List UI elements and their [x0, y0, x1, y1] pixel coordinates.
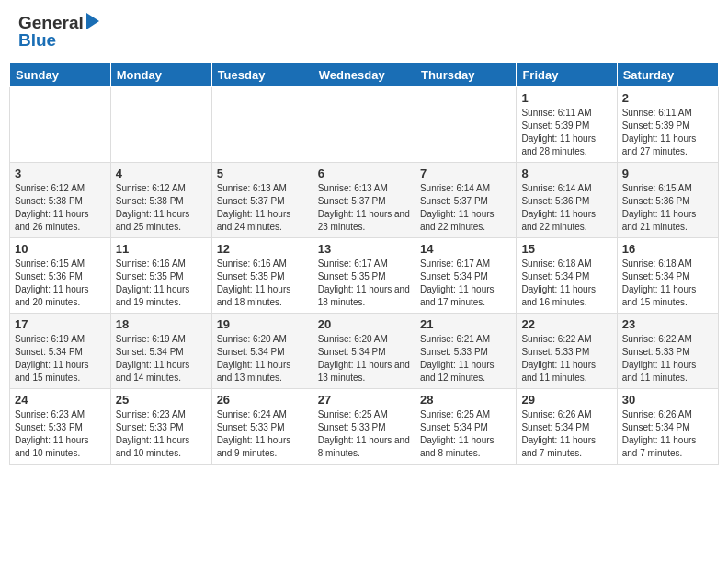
day-number: 7: [420, 167, 511, 180]
calendar-cell: [110, 86, 211, 162]
calendar-cell: 7Sunrise: 6:14 AM Sunset: 5:37 PM Daylig…: [415, 162, 516, 237]
calendar-week-row: 3Sunrise: 6:12 AM Sunset: 5:38 PM Daylig…: [10, 162, 719, 237]
day-number: 3: [15, 167, 106, 180]
day-number: 11: [116, 242, 207, 256]
calendar-cell: 25Sunrise: 6:23 AM Sunset: 5:33 PM Dayli…: [110, 388, 211, 464]
day-number: 6: [318, 167, 410, 180]
day-info: Sunrise: 6:14 AM Sunset: 5:36 PM Dayligh…: [521, 182, 611, 234]
day-number: 26: [217, 393, 308, 407]
day-number: 29: [521, 393, 611, 407]
calendar-cell: 6Sunrise: 6:13 AM Sunset: 5:37 PM Daylig…: [313, 162, 415, 237]
calendar-cell: 5Sunrise: 6:13 AM Sunset: 5:37 PM Daylig…: [211, 162, 313, 237]
day-number: 17: [15, 317, 106, 331]
calendar-cell: 24Sunrise: 6:23 AM Sunset: 5:33 PM Dayli…: [10, 388, 111, 464]
day-number: 4: [116, 167, 207, 180]
day-info: Sunrise: 6:17 AM Sunset: 5:34 PM Dayligh…: [420, 258, 511, 309]
day-number: 21: [420, 317, 511, 331]
day-info: Sunrise: 6:16 AM Sunset: 5:35 PM Dayligh…: [217, 258, 308, 309]
calendar-cell: 19Sunrise: 6:20 AM Sunset: 5:34 PM Dayli…: [211, 313, 313, 388]
day-info: Sunrise: 6:18 AM Sunset: 5:34 PM Dayligh…: [521, 258, 611, 309]
weekday-header-monday: Monday: [110, 63, 211, 86]
calendar-cell: 17Sunrise: 6:19 AM Sunset: 5:34 PM Dayli…: [10, 313, 111, 388]
day-number: 19: [217, 317, 308, 331]
day-number: 8: [521, 167, 611, 180]
calendar-cell: 9Sunrise: 6:15 AM Sunset: 5:36 PM Daylig…: [617, 162, 718, 237]
day-info: Sunrise: 6:20 AM Sunset: 5:34 PM Dayligh…: [318, 333, 410, 385]
day-info: Sunrise: 6:13 AM Sunset: 5:37 PM Dayligh…: [217, 182, 308, 234]
calendar-week-row: 24Sunrise: 6:23 AM Sunset: 5:33 PM Dayli…: [10, 388, 719, 464]
day-info: Sunrise: 6:13 AM Sunset: 5:37 PM Dayligh…: [318, 182, 410, 234]
weekday-header-tuesday: Tuesday: [211, 63, 313, 86]
day-number: 16: [622, 242, 713, 256]
calendar-cell: 21Sunrise: 6:21 AM Sunset: 5:33 PM Dayli…: [415, 313, 516, 388]
day-number: 25: [116, 393, 207, 407]
day-info: Sunrise: 6:25 AM Sunset: 5:34 PM Dayligh…: [420, 408, 511, 460]
day-number: 27: [318, 393, 410, 407]
day-number: 23: [622, 317, 713, 331]
day-info: Sunrise: 6:24 AM Sunset: 5:33 PM Dayligh…: [217, 408, 308, 460]
calendar-table: SundayMondayTuesdayWednesdayThursdayFrid…: [9, 63, 719, 465]
calendar-cell: 14Sunrise: 6:17 AM Sunset: 5:34 PM Dayli…: [415, 237, 516, 313]
page-header: General Blue: [9, 9, 719, 55]
logo-arrow-icon: [86, 13, 99, 29]
day-number: 28: [420, 393, 511, 407]
day-info: Sunrise: 6:12 AM Sunset: 5:38 PM Dayligh…: [116, 182, 207, 234]
calendar-header-row: SundayMondayTuesdayWednesdayThursdayFrid…: [10, 63, 719, 86]
calendar-cell: 28Sunrise: 6:25 AM Sunset: 5:34 PM Dayli…: [415, 388, 516, 464]
day-number: 15: [521, 242, 611, 256]
calendar-cell: 1Sunrise: 6:11 AM Sunset: 5:39 PM Daylig…: [517, 86, 617, 162]
day-info: Sunrise: 6:26 AM Sunset: 5:34 PM Dayligh…: [521, 408, 611, 460]
calendar-cell: 22Sunrise: 6:22 AM Sunset: 5:33 PM Dayli…: [517, 313, 617, 388]
calendar-cell: 3Sunrise: 6:12 AM Sunset: 5:38 PM Daylig…: [10, 162, 111, 237]
calendar-cell: 16Sunrise: 6:18 AM Sunset: 5:34 PM Dayli…: [617, 237, 718, 313]
calendar-week-row: 17Sunrise: 6:19 AM Sunset: 5:34 PM Dayli…: [10, 313, 719, 388]
day-info: Sunrise: 6:15 AM Sunset: 5:36 PM Dayligh…: [15, 258, 106, 309]
day-info: Sunrise: 6:18 AM Sunset: 5:34 PM Dayligh…: [622, 258, 713, 309]
calendar-cell: 8Sunrise: 6:14 AM Sunset: 5:36 PM Daylig…: [517, 162, 617, 237]
logo: General Blue: [18, 14, 99, 51]
calendar-cell: 18Sunrise: 6:19 AM Sunset: 5:34 PM Dayli…: [110, 313, 211, 388]
day-number: 14: [420, 242, 511, 256]
calendar-body: 1Sunrise: 6:11 AM Sunset: 5:39 PM Daylig…: [10, 86, 719, 464]
calendar-cell: 23Sunrise: 6:22 AM Sunset: 5:33 PM Dayli…: [617, 313, 718, 388]
calendar-cell: [10, 86, 111, 162]
calendar-cell: 11Sunrise: 6:16 AM Sunset: 5:35 PM Dayli…: [110, 237, 211, 313]
weekday-header-wednesday: Wednesday: [313, 63, 415, 86]
day-info: Sunrise: 6:25 AM Sunset: 5:33 PM Dayligh…: [318, 408, 410, 460]
calendar-cell: 26Sunrise: 6:24 AM Sunset: 5:33 PM Dayli…: [211, 388, 313, 464]
calendar-cell: 13Sunrise: 6:17 AM Sunset: 5:35 PM Dayli…: [313, 237, 415, 313]
calendar-cell: 29Sunrise: 6:26 AM Sunset: 5:34 PM Dayli…: [517, 388, 617, 464]
day-info: Sunrise: 6:11 AM Sunset: 5:39 PM Dayligh…: [622, 107, 713, 158]
day-number: 10: [15, 242, 106, 256]
day-number: 1: [521, 91, 611, 105]
day-info: Sunrise: 6:23 AM Sunset: 5:33 PM Dayligh…: [15, 408, 106, 460]
calendar-cell: 30Sunrise: 6:26 AM Sunset: 5:34 PM Dayli…: [617, 388, 718, 464]
day-info: Sunrise: 6:23 AM Sunset: 5:33 PM Dayligh…: [116, 408, 207, 460]
weekday-header-thursday: Thursday: [415, 63, 516, 86]
day-info: Sunrise: 6:12 AM Sunset: 5:38 PM Dayligh…: [15, 182, 106, 234]
weekday-header-sunday: Sunday: [10, 63, 111, 86]
day-number: 12: [217, 242, 308, 256]
calendar-cell: [313, 86, 415, 162]
day-info: Sunrise: 6:26 AM Sunset: 5:34 PM Dayligh…: [622, 408, 713, 460]
calendar-week-row: 10Sunrise: 6:15 AM Sunset: 5:36 PM Dayli…: [10, 237, 719, 313]
day-info: Sunrise: 6:20 AM Sunset: 5:34 PM Dayligh…: [217, 333, 308, 385]
day-info: Sunrise: 6:22 AM Sunset: 5:33 PM Dayligh…: [622, 333, 713, 385]
day-number: 9: [622, 167, 713, 180]
day-info: Sunrise: 6:14 AM Sunset: 5:37 PM Dayligh…: [420, 182, 511, 234]
day-info: Sunrise: 6:21 AM Sunset: 5:33 PM Dayligh…: [420, 333, 511, 385]
calendar-cell: 4Sunrise: 6:12 AM Sunset: 5:38 PM Daylig…: [110, 162, 211, 237]
calendar-cell: [211, 86, 313, 162]
day-number: 5: [217, 167, 308, 180]
day-info: Sunrise: 6:15 AM Sunset: 5:36 PM Dayligh…: [622, 182, 713, 234]
calendar-cell: [415, 86, 516, 162]
logo-blue: Blue: [18, 31, 99, 51]
weekday-header-saturday: Saturday: [617, 63, 718, 86]
day-info: Sunrise: 6:16 AM Sunset: 5:35 PM Dayligh…: [116, 258, 207, 309]
day-info: Sunrise: 6:22 AM Sunset: 5:33 PM Dayligh…: [521, 333, 611, 385]
calendar-cell: 15Sunrise: 6:18 AM Sunset: 5:34 PM Dayli…: [517, 237, 617, 313]
day-number: 18: [116, 317, 207, 331]
day-number: 2: [622, 91, 713, 105]
day-info: Sunrise: 6:17 AM Sunset: 5:35 PM Dayligh…: [318, 258, 410, 309]
calendar-cell: 27Sunrise: 6:25 AM Sunset: 5:33 PM Dayli…: [313, 388, 415, 464]
